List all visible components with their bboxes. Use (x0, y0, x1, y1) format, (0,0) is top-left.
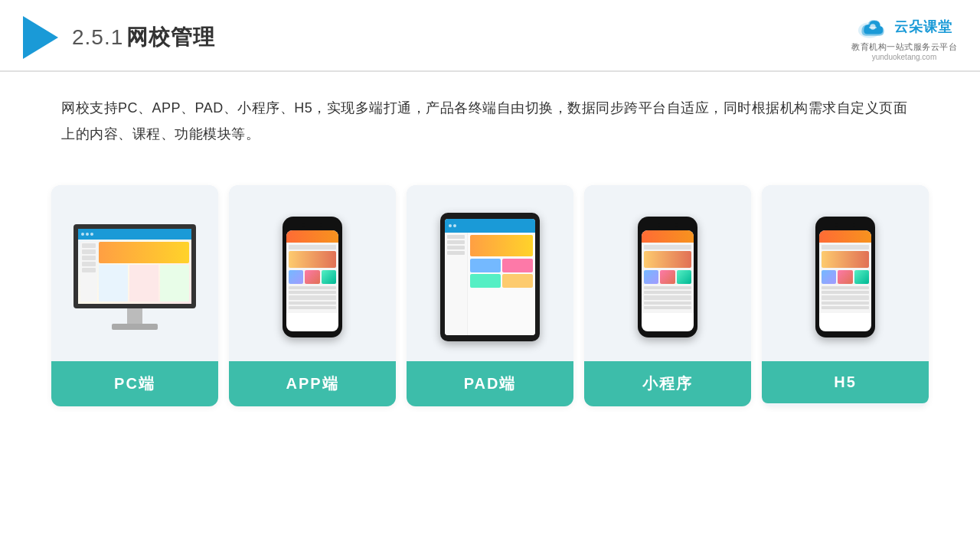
brand-logo: 云朵课堂 教育机构一站式服务云平台 yunduoketang.com (851, 14, 957, 61)
phone-row (822, 245, 869, 249)
description-text: 网校支持PC、APP、PAD、小程序、H5，实现多端打通，产品各终端自由切换，数… (0, 72, 980, 155)
screen-card (99, 265, 128, 302)
screen-card (129, 265, 158, 302)
sidebar-item (82, 262, 96, 266)
phone-notch-3 (835, 223, 855, 227)
phone-notch (302, 223, 322, 227)
phone-card-row-2 (644, 270, 691, 284)
miniprogram-image-area (584, 185, 751, 361)
header-left: 2.5.1网校管理 (23, 16, 215, 59)
screen-sidebar (80, 242, 97, 302)
mini-card (854, 270, 869, 284)
dot (449, 224, 452, 227)
mini-card (289, 270, 303, 284)
pc-image-area (51, 185, 218, 361)
tablet-device (440, 213, 540, 341)
phone-row (289, 245, 336, 249)
phone-screen-header (286, 230, 338, 243)
screen-cards (99, 265, 189, 302)
monitor-base (112, 324, 158, 330)
phone-screen-content-3 (819, 243, 871, 313)
monitor-content (78, 229, 191, 304)
dot (453, 224, 456, 227)
screen-header (78, 229, 191, 240)
tablet-card (502, 274, 533, 288)
sidebar-item (82, 256, 96, 260)
h5-card: H5 (762, 185, 929, 406)
h5-label: H5 (762, 361, 929, 403)
phone-screen-3 (819, 230, 871, 331)
phone-row (644, 245, 691, 249)
screen-banner (99, 242, 189, 263)
text-row (289, 291, 336, 294)
mini-card (677, 270, 691, 284)
cloud-svg-icon (856, 14, 890, 40)
sidebar-item (447, 251, 465, 255)
phone-row (644, 295, 691, 300)
sidebar-item (82, 243, 96, 248)
brand-url: yunduoketang.com (872, 53, 937, 61)
mini-card (822, 270, 836, 284)
mini-card (322, 270, 336, 284)
sidebar-item (447, 240, 465, 244)
text-row (822, 302, 869, 305)
tablet-grid (470, 259, 533, 288)
phone-row (822, 295, 869, 300)
text-row (289, 286, 336, 289)
phone-banner (289, 251, 336, 268)
text-row (822, 291, 869, 294)
tablet-sidebar (445, 233, 468, 335)
phone-card-row (289, 270, 336, 284)
phone-screen-content (286, 243, 338, 313)
app-card: APP端 (229, 185, 396, 406)
page-title: 2.5.1网校管理 (72, 23, 215, 52)
cloud-logo-container: 云朵课堂 (856, 14, 952, 40)
dot-1 (81, 233, 84, 236)
brand-name: 云朵课堂 (894, 18, 952, 36)
phone-device (283, 217, 342, 337)
mini-card (644, 270, 658, 284)
pad-label: PAD端 (407, 361, 573, 406)
mini-card (660, 270, 675, 284)
dot-3 (90, 233, 93, 236)
pad-image-area (407, 185, 573, 361)
text-row (644, 306, 691, 309)
phone-card-row-3 (822, 270, 869, 284)
tablet-header (445, 219, 535, 233)
pc-card: PC端 (51, 185, 218, 406)
mini-card (838, 270, 852, 284)
sidebar-item (447, 235, 465, 239)
sidebar-item (447, 246, 465, 249)
dot-2 (86, 233, 89, 236)
phone-screen-header-2 (642, 230, 694, 243)
tablet-banner (470, 235, 533, 256)
phone-banner-2 (644, 251, 691, 268)
phone-notch-2 (658, 223, 678, 227)
phone-banner-3 (822, 251, 869, 268)
pad-card: PAD端 (407, 185, 573, 406)
screen-body (78, 240, 191, 304)
brand-tagline: 教育机构一站式服务云平台 (851, 41, 957, 53)
tablet-card (502, 259, 533, 272)
phone-screen-header-3 (819, 230, 871, 243)
text-row (822, 286, 869, 289)
text-row (289, 302, 336, 305)
tablet-card (470, 259, 501, 272)
text-row (822, 306, 869, 309)
device-cards-section: PC端 (0, 162, 980, 406)
phone-screen (286, 230, 338, 331)
phone-screen-2 (642, 230, 694, 331)
play-icon (23, 16, 58, 59)
tablet-screen (445, 219, 535, 335)
h5-image-area (762, 185, 929, 361)
sidebar-item (82, 249, 96, 254)
phone-device-2 (638, 217, 697, 337)
text-row (644, 291, 691, 294)
svg-rect-2 (869, 27, 877, 28)
section-number: 2.5.1 (72, 25, 123, 49)
text-row (644, 286, 691, 289)
monitor-device (70, 224, 200, 330)
text-row (289, 306, 336, 309)
sidebar-item (82, 268, 96, 272)
tablet-body (445, 233, 535, 335)
